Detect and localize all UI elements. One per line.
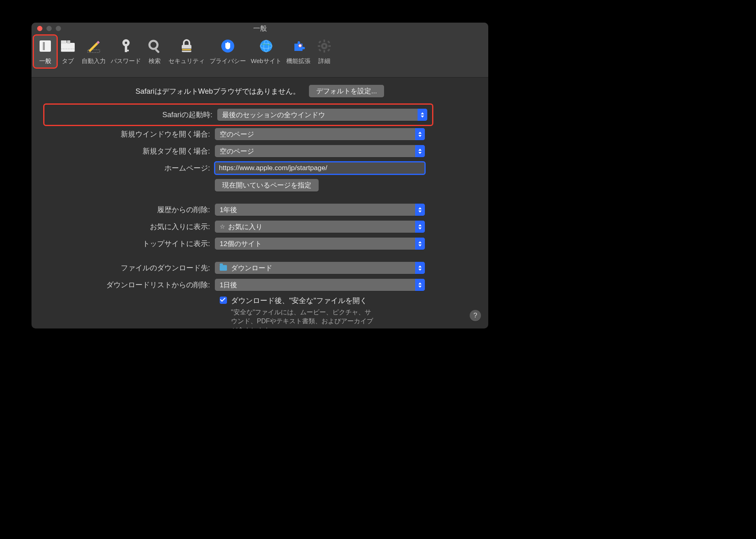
label-download-delete: ダウンロードリストからの削除:: [47, 280, 215, 290]
tab-websites[interactable]: Webサイト: [248, 36, 284, 67]
chevron-updown-icon: [415, 204, 425, 216]
popup-value: 空のページ: [220, 130, 254, 139]
label-new-window: 新規ウインドウを開く場合:: [47, 129, 215, 139]
label-topsites: トップサイトに表示:: [47, 239, 215, 248]
puzzle-icon: [290, 37, 307, 55]
svg-marker-7: [88, 42, 98, 52]
tab-label: 検索: [149, 57, 161, 65]
svg-rect-16: [182, 49, 191, 51]
hand-icon: [219, 37, 237, 55]
label-history-delete: 履歴からの削除:: [47, 205, 215, 215]
pencil-icon: [85, 37, 103, 55]
popup-new-tab[interactable]: 空のページ: [215, 145, 425, 157]
popup-favorites[interactable]: ☆ お気に入り: [215, 221, 425, 233]
label-startup: Safariの起動時:: [47, 110, 217, 120]
svg-rect-30: [327, 40, 330, 43]
tab-tabs[interactable]: タブ: [57, 36, 79, 67]
row-new-tab: 新規タブを開く場合: 空のページ: [47, 145, 473, 157]
svg-rect-1: [43, 42, 45, 50]
star-icon: ☆: [220, 223, 225, 230]
svg-rect-14: [155, 48, 160, 53]
tab-autofill[interactable]: 自動入力: [79, 36, 108, 67]
svg-rect-25: [323, 50, 325, 53]
svg-rect-29: [327, 48, 330, 51]
popup-download-delete[interactable]: 1日後: [215, 279, 425, 291]
label-homepage: ホームページ:: [47, 163, 215, 173]
popup-topsites[interactable]: 12個のサイト: [215, 238, 425, 250]
gear-icon: [315, 37, 333, 55]
tab-label: 詳細: [318, 57, 330, 65]
toolbar: 一般 タブ 自動入力 パスワード 検索: [32, 34, 488, 78]
popup-value: ダウンロード: [231, 263, 272, 273]
label-favorites: お気に入りに表示:: [47, 222, 215, 232]
popup-value: 空のページ: [220, 147, 254, 156]
tabs-icon: [59, 37, 77, 55]
tab-label: 機能拡張: [286, 57, 311, 65]
popup-value: お気に入り: [228, 222, 262, 232]
svg-point-13: [149, 41, 158, 49]
chevron-updown-icon: [415, 262, 425, 274]
preferences-window: 一般 一般 タブ 自動入力 パスワード: [32, 23, 488, 328]
popup-download-dest[interactable]: ダウンロード: [215, 262, 425, 274]
safe-files-label[interactable]: ダウンロード後、"安全な"ファイルを開く: [231, 296, 367, 305]
titlebar: 一般: [32, 23, 488, 34]
row-startup: Safariの起動時: 最後のセッションの全ウインドウ: [44, 105, 432, 125]
tab-general[interactable]: 一般: [34, 36, 57, 67]
switch-icon: [36, 37, 54, 55]
content: SafariはデフォルトWebブラウザではありません。 デフォルトを設定... …: [32, 78, 488, 328]
row-history-delete: 履歴からの削除: 1年後: [47, 204, 473, 216]
safe-files-checkbox[interactable]: [220, 297, 227, 304]
banner-text: SafariはデフォルトWebブラウザではありません。: [136, 86, 300, 96]
popup-startup[interactable]: 最後のセッションの全ウインドウ: [217, 109, 427, 121]
set-default-button[interactable]: デフォルトを設定...: [309, 85, 384, 97]
svg-rect-24: [323, 40, 325, 42]
tab-privacy[interactable]: プライバシー: [207, 36, 248, 67]
popup-history-delete[interactable]: 1年後: [215, 204, 425, 216]
tab-label: プライバシー: [210, 57, 246, 65]
popup-value: 最後のセッションの全ウインドウ: [222, 110, 325, 120]
lock-icon: [178, 37, 195, 55]
set-current-page-button[interactable]: 現在開いているページを指定: [215, 179, 319, 192]
tab-extensions[interactable]: 機能拡張: [284, 36, 313, 67]
chevron-updown-icon: [415, 279, 425, 291]
svg-rect-3: [61, 40, 67, 44]
safe-files-hint: "安全な"ファイルには、ムービー、ピクチャ、サウンド、PDFやテキスト書類、およ…: [231, 308, 376, 328]
row-set-current: 現在開いているページを指定: [47, 179, 473, 192]
chevron-updown-icon: [415, 145, 425, 157]
tab-search[interactable]: 検索: [143, 36, 166, 67]
chevron-updown-icon: [418, 109, 427, 121]
row-download-dest: ファイルのダウンロード先: ダウンロード: [47, 262, 473, 274]
globe-icon: [257, 37, 275, 55]
help-button[interactable]: ?: [470, 310, 481, 321]
label-download-dest: ファイルのダウンロード先:: [47, 263, 215, 273]
tab-passwords[interactable]: パスワード: [108, 36, 143, 67]
row-download-delete: ダウンロードリストからの削除: 1日後: [47, 279, 473, 291]
homepage-input[interactable]: [215, 162, 425, 174]
tab-advanced[interactable]: 詳細: [313, 36, 336, 67]
popup-value: 1日後: [220, 280, 237, 290]
svg-rect-31: [318, 48, 321, 51]
row-new-window: 新規ウインドウを開く場合: 空のページ: [47, 128, 473, 140]
tab-security[interactable]: セキュリティ: [166, 36, 207, 67]
svg-rect-15: [182, 45, 191, 52]
tab-label: Webサイト: [251, 57, 281, 65]
svg-point-19: [260, 40, 272, 52]
tab-label: セキュリティ: [168, 57, 205, 65]
tab-label: タブ: [62, 57, 74, 65]
popup-new-window[interactable]: 空のページ: [215, 128, 425, 140]
row-homepage: ホームページ:: [47, 162, 473, 174]
magnify-icon: [146, 37, 164, 55]
svg-point-32: [323, 45, 326, 47]
window-title: 一般: [32, 24, 488, 33]
svg-rect-12: [126, 50, 129, 51]
tab-label: 自動入力: [82, 57, 106, 65]
tab-label: 一般: [39, 57, 51, 65]
chevron-updown-icon: [415, 221, 425, 233]
chevron-updown-icon: [415, 128, 425, 140]
row-favorites: お気に入りに表示: ☆ お気に入り: [47, 221, 473, 233]
svg-point-10: [125, 42, 127, 44]
svg-rect-26: [318, 45, 320, 47]
row-safe-files: ダウンロード後、"安全な"ファイルを開く: [220, 296, 473, 305]
svg-rect-28: [318, 40, 321, 43]
tab-label: パスワード: [111, 57, 141, 65]
